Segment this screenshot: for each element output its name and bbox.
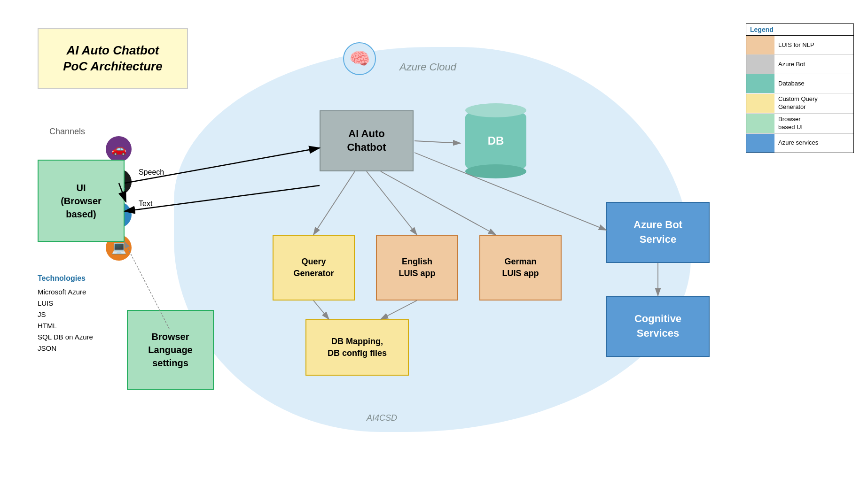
legend-text-query-gen: Custom QueryGenerator [774, 93, 821, 113]
legend-color-azure-bot [746, 55, 774, 74]
legend-text-azure-services: Azure services [774, 137, 822, 149]
azure-bot-box: Azure BotService [606, 202, 710, 263]
chatbot-label: AI AutoChatbot [347, 127, 386, 154]
db-cylinder: DB [465, 108, 526, 174]
legend-color-azure-services [746, 134, 774, 153]
text-label: Text [139, 200, 152, 208]
tech-item-6: JSON [38, 343, 93, 354]
legend-item-azure-services: Azure services [746, 134, 853, 153]
tech-item-5: SQL DB on Azure [38, 331, 93, 343]
legend-color-browser-ui [746, 114, 774, 133]
db-mapping-label: DB Mapping,DB config files [328, 336, 387, 359]
legend-box: Legend LUIS for NLP Azure Bot Database C… [746, 23, 854, 153]
tech-item-1: Microsoft Azure [38, 286, 93, 298]
legend-item-azure-bot: Azure Bot [746, 55, 853, 74]
query-gen-label: QueryGenerator [293, 256, 334, 279]
legend-item-query-gen: Custom QueryGenerator [746, 93, 853, 114]
ui-box-label: UI(Browserbased) [61, 181, 102, 221]
car-icon: 🚗 [106, 136, 132, 162]
legend-text-luis: LUIS for NLP [774, 39, 818, 51]
title-text: AI Auto Chatbot PoC Architecture [63, 43, 162, 75]
title-box: AI Auto Chatbot PoC Architecture [38, 28, 188, 89]
german-luis-label: GermanLUIS app [502, 256, 539, 279]
azure-cloud-label: Azure Cloud [399, 61, 456, 73]
legend-item-luis: LUIS for NLP [746, 36, 853, 55]
legend-item-browser-ui: Browserbased UI [746, 114, 853, 134]
legend-text-azure-bot: Azure Bot [774, 59, 809, 70]
legend-text-browser-ui: Browserbased UI [774, 114, 806, 133]
chatbot-box: AI AutoChatbot [320, 110, 414, 171]
tech-item-4: HTML [38, 320, 93, 331]
legend-text-database: Database [774, 78, 808, 90]
ui-box: UI(Browserbased) [38, 160, 125, 242]
legend-title: Legend [746, 24, 853, 36]
cognitive-label: CognitiveServices [634, 312, 681, 341]
tech-title: Technologies [38, 272, 93, 285]
azure-bot-label: Azure BotService [633, 218, 682, 247]
speech-label: Speech [139, 168, 164, 177]
technologies-section: Technologies Microsoft Azure LUIS JS HTM… [38, 272, 93, 354]
legend-color-database [746, 74, 774, 93]
diagram-container: Azure Cloud AI4CSD 🧠 AI Auto Chatbot PoC… [0, 0, 868, 501]
legend-item-database: Database [746, 74, 853, 93]
ai4csd-label: AI4CSD [367, 413, 397, 423]
browser-lang-box: BrowserLanguagesettings [127, 310, 214, 390]
browser-lang-label: BrowserLanguagesettings [148, 330, 192, 370]
legend-color-query-gen [746, 94, 774, 113]
tech-item-3: JS [38, 309, 93, 320]
db-mapping-box: DB Mapping,DB config files [305, 319, 409, 376]
query-gen-box: QueryGenerator [273, 235, 355, 301]
english-luis-box: EnglishLUIS app [376, 235, 458, 301]
cognitive-box: CognitiveServices [606, 296, 710, 357]
legend-color-luis [746, 36, 774, 54]
db-box: DB [461, 108, 531, 183]
brain-icon: 🧠 [343, 42, 376, 75]
db-label: DB [488, 134, 504, 147]
tech-item-2: LUIS [38, 298, 93, 309]
english-luis-label: EnglishLUIS app [399, 256, 435, 279]
german-luis-box: GermanLUIS app [479, 235, 562, 301]
channels-label: Channels [49, 127, 85, 137]
